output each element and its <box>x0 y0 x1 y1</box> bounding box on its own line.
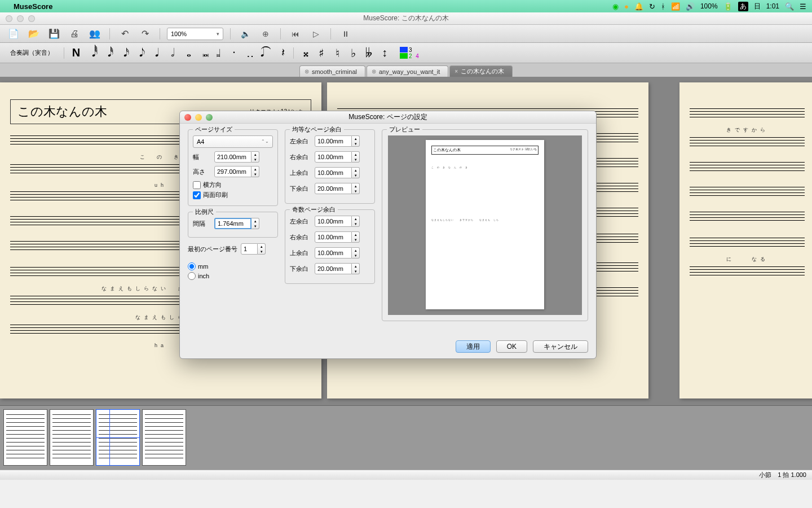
play-icon[interactable]: ▷ <box>308 27 324 41</box>
height-input[interactable]: ▴▾ <box>214 166 259 177</box>
note-breve-icon[interactable]: 𝅜 <box>196 46 209 60</box>
line-icon[interactable]: ◉ <box>612 2 619 11</box>
lyrics: に なる <box>690 256 805 263</box>
apply-button[interactable]: 適用 <box>456 340 491 353</box>
page-format-select[interactable]: A4 <box>193 135 273 148</box>
new-file-icon[interactable]: 📄 <box>6 27 21 41</box>
close-window-icon[interactable] <box>6 15 12 22</box>
save-file-icon[interactable]: 💾 <box>46 27 62 41</box>
unit-inch-radio[interactable] <box>188 272 196 280</box>
score-title: この木なんの木 <box>17 103 107 120</box>
speaker-icon[interactable]: 🔈 <box>237 27 253 41</box>
first-page-input[interactable]: ▴▾ <box>241 243 266 255</box>
timemachine-icon[interactable]: ↻ <box>649 2 655 11</box>
note-half-icon[interactable]: 𝅗𝅥 <box>165 46 177 60</box>
battery-percent[interactable]: 100% <box>700 2 718 10</box>
landscape-checkbox[interactable] <box>193 181 201 189</box>
natural-icon[interactable]: ♮ <box>331 46 343 60</box>
community-icon[interactable]: 👥 <box>87 27 103 41</box>
dialog-minimize-icon[interactable] <box>195 114 202 121</box>
dialog-close-icon[interactable] <box>184 114 191 121</box>
battery-icon[interactable]: 🔋 <box>723 2 732 11</box>
tab-smooth-criminal[interactable]: ⊗smooth_criminal <box>299 65 365 77</box>
separator <box>160 28 160 40</box>
double-dot-icon[interactable]: ‥ <box>244 46 256 60</box>
zoom-select[interactable]: 100% <box>167 28 223 40</box>
even-right-margin-input[interactable]: ▴▾ <box>315 151 360 163</box>
clock[interactable]: 1:01 <box>766 2 779 10</box>
tab-kono-ki[interactable]: ×この木なんの木 <box>449 65 513 77</box>
notification-badge-icon[interactable]: ● <box>624 2 629 11</box>
odd-right-margin-input[interactable]: ▴▾ <box>315 231 360 243</box>
spacing-input[interactable]: ▴▾ <box>214 218 259 229</box>
odd-left-margin-input[interactable]: ▴▾ <box>315 216 360 227</box>
page-thumbnails[interactable] <box>0 405 812 470</box>
rewind-icon[interactable]: ⏮ <box>288 27 303 41</box>
ime-indicator[interactable]: あ <box>738 2 748 11</box>
tie-icon[interactable]: 𝅘𝅥⁀ <box>259 46 272 60</box>
close-icon[interactable]: ⊗ <box>304 68 309 75</box>
metronome-icon[interactable]: ⊕ <box>258 27 273 41</box>
dialog-title: MuseScore: ページの設定 <box>348 112 427 122</box>
note-input-mode-icon[interactable]: N <box>70 46 82 60</box>
open-file-icon[interactable]: 📂 <box>26 27 42 41</box>
odd-bottom-margin-input[interactable]: ▴▾ <box>315 263 360 274</box>
thumbnail-page-2[interactable] <box>50 409 94 466</box>
note-quarter-icon[interactable]: 𝅘𝅥 <box>149 46 161 60</box>
undo-icon[interactable]: ↶ <box>117 27 133 41</box>
volume-icon[interactable]: 🔊 <box>686 2 695 11</box>
score-page-3[interactable]: きですから に なる <box>679 82 812 398</box>
thumbnail-page-3[interactable] <box>96 409 140 466</box>
preview-canvas: この木なんの木リクエスト: 13だいち こ の き な ん の き なまえもしら… <box>388 135 582 315</box>
flat-icon[interactable]: ♭ <box>347 46 359 60</box>
double-flat-icon[interactable]: 𝄫 <box>363 46 375 60</box>
dialog-zoom-icon[interactable] <box>206 114 213 121</box>
page-size-group: ページサイズ A4 幅 ▴▾ 高さ ▴▾ 横方向 両面印刷 <box>188 129 278 206</box>
voice-1[interactable] <box>400 47 408 52</box>
unit-mm-radio[interactable] <box>188 262 196 270</box>
close-icon[interactable]: × <box>454 68 458 75</box>
dot-icon[interactable]: · <box>228 46 240 60</box>
odd-top-margin-input[interactable]: ▴▾ <box>315 247 360 259</box>
close-icon[interactable]: ⊗ <box>372 68 376 75</box>
rest-icon[interactable]: 𝄽 <box>275 46 288 60</box>
note-16th-icon[interactable]: 𝅘𝅥𝅯 <box>117 46 130 60</box>
note-32nd-icon[interactable]: 𝅘𝅥𝅰 <box>102 46 114 60</box>
height-label: 高さ <box>193 168 211 176</box>
menu-icon[interactable]: ☰ <box>800 2 806 11</box>
cancel-button[interactable]: キャンセル <box>533 340 588 353</box>
print-icon[interactable]: 🖨 <box>67 27 82 41</box>
note-whole-icon[interactable]: 𝅝 <box>180 46 193 60</box>
spotlight-icon[interactable]: 🔍 <box>785 2 794 11</box>
concert-pitch-button[interactable]: 合奏調（実音） <box>6 49 58 57</box>
even-left-margin-input[interactable]: ▴▾ <box>315 135 360 147</box>
double-sharp-icon[interactable]: 𝄪 <box>299 46 312 60</box>
zoom-window-icon[interactable] <box>28 15 35 22</box>
flip-icon[interactable]: ↕ <box>378 46 391 60</box>
tab-any-way-you-want-it[interactable]: ⊗any_way_you_want_it <box>367 65 448 77</box>
bluetooth-icon[interactable]: ᚼ <box>661 2 665 11</box>
even-top-margin-input[interactable]: ▴▾ <box>315 167 360 178</box>
odd-margins-group: 奇数ページ余白 左余白▴▾ 右余白▴▾ 上余白▴▾ 下余白▴▾ <box>285 209 375 284</box>
note-64th-icon[interactable]: 𝅘𝅥𝅱 <box>86 46 98 60</box>
loop-icon[interactable]: ⏸ <box>338 27 354 41</box>
width-input[interactable]: ▴▾ <box>214 151 259 163</box>
note-longa-icon[interactable]: 𝆷 <box>212 46 224 60</box>
minimize-window-icon[interactable] <box>17 15 24 22</box>
two-sided-checkbox[interactable] <box>193 191 201 199</box>
wifi-icon[interactable]: 📶 <box>671 2 680 11</box>
sharp-icon[interactable]: ♯ <box>315 46 328 60</box>
voice-selector[interactable]: 3 2 4 <box>400 47 419 59</box>
even-bottom-margin-input[interactable]: ▴▾ <box>315 183 360 194</box>
redo-icon[interactable]: ↷ <box>137 27 153 41</box>
note-8th-icon[interactable]: 𝅘𝅥𝅮 <box>133 46 145 60</box>
ok-button[interactable]: OK <box>496 340 527 353</box>
status-bar: 小節 1 拍 1.000 <box>0 470 812 480</box>
thumbnail-page-1[interactable] <box>3 409 47 466</box>
thumbnail-page-4[interactable] <box>142 409 186 466</box>
app-menu[interactable]: MuseScore <box>14 2 52 11</box>
voice-2[interactable] <box>400 53 408 59</box>
day-label[interactable]: 日 <box>754 2 761 11</box>
bell-icon[interactable]: 🔔 <box>634 2 643 11</box>
macos-menubar: MuseScore ◉ ● 🔔 ↻ ᚼ 📶 🔊 100% 🔋 あ 日 1:01 … <box>0 0 812 12</box>
